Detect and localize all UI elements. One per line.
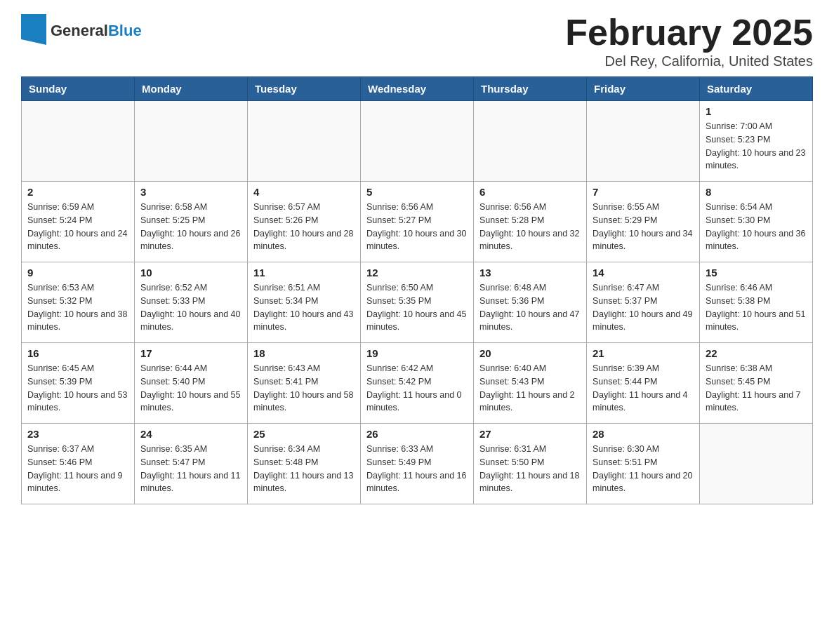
day-number: 23 [27,428,128,440]
calendar-cell: 1Sunrise: 7:00 AMSunset: 5:23 PMDaylight… [700,101,813,182]
day-info: Sunrise: 6:35 AMSunset: 5:47 PMDaylight:… [140,443,241,495]
day-info: Sunrise: 6:57 AMSunset: 5:26 PMDaylight:… [253,201,355,253]
day-info: Sunrise: 7:00 AMSunset: 5:23 PMDaylight:… [706,120,807,173]
day-number: 22 [706,347,807,359]
day-number: 9 [27,267,128,279]
day-number: 7 [593,186,694,198]
day-number: 15 [706,267,807,279]
week-row: 9Sunrise: 6:53 AMSunset: 5:32 PMDaylight… [22,262,813,343]
calendar-header-row: SundayMondayTuesdayWednesdayThursdayFrid… [22,77,813,101]
day-number: 10 [140,267,241,279]
calendar-cell: 26Sunrise: 6:33 AMSunset: 5:49 PMDayligh… [361,424,474,504]
calendar-cell [248,101,361,182]
calendar-cell [135,101,248,182]
logo-blue: Blue [108,22,142,39]
day-info: Sunrise: 6:39 AMSunset: 5:44 PMDaylight:… [593,362,694,415]
calendar-cell [22,101,135,182]
day-number: 20 [479,347,581,359]
calendar-cell: 18Sunrise: 6:43 AMSunset: 5:41 PMDayligh… [248,343,361,424]
calendar-cell: 8Sunrise: 6:54 AMSunset: 5:30 PMDaylight… [700,182,813,262]
svg-marker-1 [21,39,46,45]
calendar-cell [587,101,700,182]
calendar-cell: 27Sunrise: 6:31 AMSunset: 5:50 PMDayligh… [474,424,587,504]
logo-icon [21,14,46,48]
calendar-cell: 16Sunrise: 6:45 AMSunset: 5:39 PMDayligh… [22,343,135,424]
day-info: Sunrise: 6:46 AMSunset: 5:38 PMDaylight:… [706,281,807,334]
calendar-cell: 19Sunrise: 6:42 AMSunset: 5:42 PMDayligh… [361,343,474,424]
day-number: 13 [479,267,581,279]
day-info: Sunrise: 6:33 AMSunset: 5:49 PMDaylight:… [366,443,468,495]
logo: GeneralBlue [21,14,142,48]
day-number: 16 [27,347,128,359]
day-info: Sunrise: 6:37 AMSunset: 5:46 PMDaylight:… [27,443,128,495]
calendar-cell: 15Sunrise: 6:46 AMSunset: 5:38 PMDayligh… [700,262,813,343]
day-info: Sunrise: 6:52 AMSunset: 5:33 PMDaylight:… [140,281,241,334]
day-number: 2 [27,186,128,198]
week-row: 2Sunrise: 6:59 AMSunset: 5:24 PMDaylight… [22,182,813,262]
day-number: 8 [706,186,807,198]
calendar-cell: 10Sunrise: 6:52 AMSunset: 5:33 PMDayligh… [135,262,248,343]
day-info: Sunrise: 6:53 AMSunset: 5:32 PMDaylight:… [27,281,128,334]
calendar-cell [700,424,813,504]
day-info: Sunrise: 6:30 AMSunset: 5:51 PMDaylight:… [593,443,694,495]
day-info: Sunrise: 6:45 AMSunset: 5:39 PMDaylight:… [27,362,128,415]
calendar-cell: 28Sunrise: 6:30 AMSunset: 5:51 PMDayligh… [587,424,700,504]
calendar-cell: 2Sunrise: 6:59 AMSunset: 5:24 PMDaylight… [22,182,135,262]
month-title: February 2025 [565,14,813,51]
logo-text: GeneralBlue [51,22,142,40]
day-info: Sunrise: 6:51 AMSunset: 5:34 PMDaylight:… [253,281,355,334]
logo-general: General [51,22,108,39]
day-of-week-header: Saturday [700,77,813,101]
day-info: Sunrise: 6:42 AMSunset: 5:42 PMDaylight:… [366,362,468,415]
day-info: Sunrise: 6:48 AMSunset: 5:36 PMDaylight:… [479,281,581,334]
day-number: 25 [253,428,355,440]
week-row: 1Sunrise: 7:00 AMSunset: 5:23 PMDaylight… [22,101,813,182]
calendar-table: SundayMondayTuesdayWednesdayThursdayFrid… [21,76,813,504]
day-of-week-header: Sunday [22,77,135,101]
calendar-cell: 23Sunrise: 6:37 AMSunset: 5:46 PMDayligh… [22,424,135,504]
day-of-week-header: Wednesday [361,77,474,101]
calendar-cell: 6Sunrise: 6:56 AMSunset: 5:28 PMDaylight… [474,182,587,262]
day-number: 3 [140,186,241,198]
day-info: Sunrise: 6:50 AMSunset: 5:35 PMDaylight:… [366,281,468,334]
calendar-cell: 17Sunrise: 6:44 AMSunset: 5:40 PMDayligh… [135,343,248,424]
day-number: 12 [366,267,468,279]
day-info: Sunrise: 6:31 AMSunset: 5:50 PMDaylight:… [479,443,581,495]
day-of-week-header: Friday [587,77,700,101]
calendar-cell: 4Sunrise: 6:57 AMSunset: 5:26 PMDaylight… [248,182,361,262]
day-number: 27 [479,428,581,440]
day-info: Sunrise: 6:38 AMSunset: 5:45 PMDaylight:… [706,362,807,415]
calendar-cell: 21Sunrise: 6:39 AMSunset: 5:44 PMDayligh… [587,343,700,424]
day-number: 14 [593,267,694,279]
calendar-cell: 7Sunrise: 6:55 AMSunset: 5:29 PMDaylight… [587,182,700,262]
day-info: Sunrise: 6:44 AMSunset: 5:40 PMDaylight:… [140,362,241,415]
calendar-cell: 12Sunrise: 6:50 AMSunset: 5:35 PMDayligh… [361,262,474,343]
calendar-cell: 22Sunrise: 6:38 AMSunset: 5:45 PMDayligh… [700,343,813,424]
calendar-cell: 11Sunrise: 6:51 AMSunset: 5:34 PMDayligh… [248,262,361,343]
day-number: 26 [366,428,468,440]
day-number: 5 [366,186,468,198]
calendar-cell [361,101,474,182]
day-info: Sunrise: 6:43 AMSunset: 5:41 PMDaylight:… [253,362,355,415]
location-subtitle: Del Rey, California, United States [565,53,813,69]
week-row: 23Sunrise: 6:37 AMSunset: 5:46 PMDayligh… [22,424,813,504]
calendar-cell: 13Sunrise: 6:48 AMSunset: 5:36 PMDayligh… [474,262,587,343]
day-number: 4 [253,186,355,198]
calendar-cell: 9Sunrise: 6:53 AMSunset: 5:32 PMDaylight… [22,262,135,343]
day-number: 6 [479,186,581,198]
day-info: Sunrise: 6:58 AMSunset: 5:25 PMDaylight:… [140,201,241,253]
day-info: Sunrise: 6:54 AMSunset: 5:30 PMDaylight:… [706,201,807,253]
day-info: Sunrise: 6:40 AMSunset: 5:43 PMDaylight:… [479,362,581,415]
calendar-cell: 5Sunrise: 6:56 AMSunset: 5:27 PMDaylight… [361,182,474,262]
day-info: Sunrise: 6:56 AMSunset: 5:27 PMDaylight:… [366,201,468,253]
week-row: 16Sunrise: 6:45 AMSunset: 5:39 PMDayligh… [22,343,813,424]
calendar-cell: 20Sunrise: 6:40 AMSunset: 5:43 PMDayligh… [474,343,587,424]
calendar-cell: 3Sunrise: 6:58 AMSunset: 5:25 PMDaylight… [135,182,248,262]
day-info: Sunrise: 6:34 AMSunset: 5:48 PMDaylight:… [253,443,355,495]
day-number: 18 [253,347,355,359]
day-of-week-header: Monday [135,77,248,101]
day-number: 24 [140,428,241,440]
calendar-cell [474,101,587,182]
calendar-cell: 14Sunrise: 6:47 AMSunset: 5:37 PMDayligh… [587,262,700,343]
day-of-week-header: Tuesday [248,77,361,101]
